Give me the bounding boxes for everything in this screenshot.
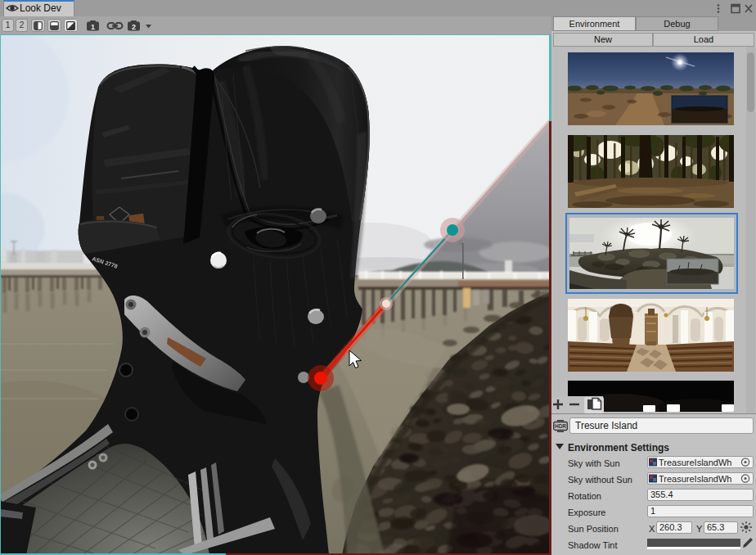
svg-text:2: 2	[132, 23, 136, 31]
svg-text:1: 1	[91, 23, 95, 31]
svg-text:TreasureIslandWh: TreasureIslandWh	[659, 474, 731, 484]
svg-text:TreasureIslandWh: TreasureIslandWh	[659, 458, 731, 467]
svg-text:HDR: HDR	[555, 423, 566, 429]
